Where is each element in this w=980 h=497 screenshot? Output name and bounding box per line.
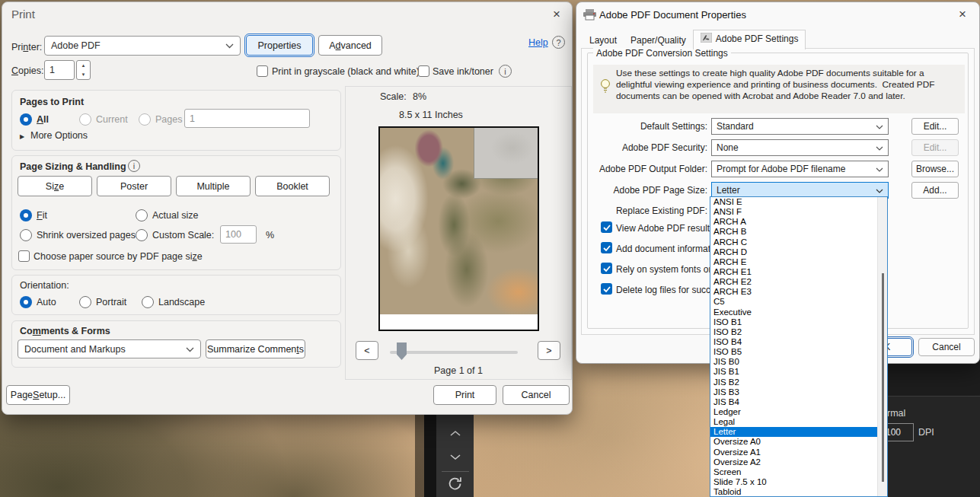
booklet-button[interactable]: Booklet (255, 176, 330, 196)
delete-logs-checkbox[interactable] (601, 283, 612, 295)
multiple-button[interactable]: Multiple (176, 176, 251, 196)
page-size-option[interactable]: ISO B4 (710, 337, 877, 347)
chevron-down-icon (225, 40, 234, 51)
current-radio[interactable] (79, 113, 91, 126)
page-size-option[interactable]: Tabloid (710, 487, 877, 497)
comments-forms-select[interactable]: Document and Markups (18, 339, 201, 358)
advanced-button[interactable]: Advanced (318, 35, 382, 56)
cancel-button[interactable]: Cancel (918, 338, 975, 356)
help-icon[interactable]: ? (552, 36, 565, 49)
custom-scale-radio[interactable] (136, 229, 148, 241)
page-size-option[interactable]: Executive (710, 307, 877, 317)
page-size-option[interactable]: JIS B4 (710, 397, 877, 407)
page-sizing-group: Page Sizing & Handling i Size Poster Mul… (11, 155, 341, 270)
print-close-button[interactable]: × (547, 5, 566, 24)
info-icon[interactable]: i (499, 65, 512, 78)
pdf-security-select[interactable]: None (711, 139, 889, 156)
help-link[interactable]: Help (528, 37, 548, 48)
page-size-option[interactable]: ARCH B (710, 227, 877, 237)
page-slider-track[interactable] (390, 351, 518, 354)
pages-input[interactable]: 1 (184, 109, 310, 128)
paper-source-checkbox[interactable] (18, 250, 30, 262)
dropdown-scrollbar[interactable] (877, 197, 887, 496)
default-settings-select[interactable]: Standard (711, 118, 889, 135)
tab-layout[interactable]: Layout (583, 33, 624, 49)
view-results-checkbox[interactable] (601, 221, 612, 233)
page-size-option[interactable]: Oversize A2 (710, 457, 877, 467)
check-icon (603, 263, 611, 274)
page-setup-button[interactable]: Page Setup... (6, 385, 70, 405)
tab-paper-quality[interactable]: Paper/Quality (624, 33, 693, 49)
page-size-option[interactable]: ARCH E (710, 257, 877, 267)
current-label: Current (96, 114, 128, 125)
page-size-option[interactable]: ARCH E2 (710, 277, 877, 287)
print-button[interactable]: Print (433, 385, 496, 405)
shrink-radio[interactable] (20, 229, 32, 241)
landscape-radio[interactable] (142, 296, 154, 308)
summarize-comments-button[interactable]: Summarize Comments (206, 339, 305, 358)
page-size-option[interactable]: JIS B0 (710, 357, 877, 367)
page-size-option[interactable]: Screen (710, 467, 877, 477)
actual-size-radio[interactable] (136, 209, 148, 221)
page-size-option[interactable]: Oversize A0 (710, 437, 877, 447)
poster-button[interactable]: Poster (97, 176, 171, 196)
printer-select[interactable]: Adobe PDF (44, 36, 241, 56)
cancel-button[interactable]: Cancel (503, 385, 570, 405)
scroll-down-button[interactable] (436, 444, 474, 468)
grayscale-checkbox[interactable] (257, 65, 268, 77)
page-size-option[interactable]: JIS B2 (710, 378, 877, 387)
page-size-option[interactable]: ARCH E1 (710, 267, 877, 277)
tab-adobe-pdf-settings[interactable]: Adobe PDF Settings (693, 30, 806, 49)
page-size-option[interactable]: ANSI E (710, 197, 877, 207)
page-size-option[interactable]: ARCH A (710, 217, 877, 227)
fit-radio[interactable] (20, 209, 32, 221)
page-size-option[interactable]: Legal (710, 417, 877, 427)
orientation-title: Orientation: (20, 280, 69, 291)
copies-stepper[interactable]: ▲ ▼ (76, 60, 91, 80)
dropdown-scrollbar-thumb[interactable] (882, 273, 884, 482)
auto-radio[interactable] (20, 296, 32, 308)
pages-radio[interactable] (139, 113, 151, 126)
properties-button[interactable]: Properties (246, 35, 313, 56)
next-page-button[interactable]: > (538, 341, 560, 360)
paper-source-label: Choose paper source by PDF page size (34, 251, 203, 262)
all-radio[interactable] (20, 113, 32, 126)
spinner-down-icon[interactable]: ▼ (77, 70, 90, 79)
save-ink-checkbox[interactable] (418, 65, 429, 77)
page-size-option[interactable]: ISO B5 (710, 347, 877, 357)
page-size-option[interactable]: Ledger (710, 407, 877, 417)
edit-default-settings-button[interactable]: Edit... (911, 118, 959, 135)
more-options-toggle[interactable]: More Options (30, 130, 88, 141)
output-folder-select[interactable]: Prompt for Adobe PDF filename (711, 161, 889, 177)
scroll-up-button[interactable] (436, 421, 474, 444)
page-size-option[interactable]: Letter (710, 427, 877, 437)
page-size-option[interactable]: Oversize A1 (710, 448, 877, 457)
page-size-option[interactable]: ARCH E3 (710, 287, 877, 297)
portrait-radio[interactable] (79, 296, 91, 308)
add-page-size-button[interactable]: Add... (911, 182, 959, 199)
page-size-option[interactable]: ARCH C (710, 237, 877, 247)
previous-page-button[interactable]: < (356, 341, 378, 360)
page-size-option[interactable]: JIS B1 (710, 367, 877, 377)
page-size-dropdown-list[interactable]: ANSI EANSI FARCH AARCH BARCH CARCH DARCH… (710, 196, 888, 497)
system-fonts-checkbox[interactable] (601, 263, 612, 274)
page-size-option[interactable]: ARCH D (710, 247, 877, 257)
copies-input[interactable]: 1 (44, 60, 75, 80)
size-button[interactable]: Size (18, 176, 92, 196)
page-size-option[interactable]: JIS B3 (710, 387, 877, 397)
page-size-option[interactable]: ISO B2 (710, 327, 877, 337)
output-folder-label: Adobe PDF Output Folder: (587, 164, 707, 174)
refresh-button[interactable] (436, 473, 474, 497)
page-size-option[interactable]: ISO B1 (710, 317, 877, 327)
page-info: Page 1 of 1 (346, 365, 571, 376)
page-size-option[interactable]: ANSI F (710, 207, 877, 217)
custom-scale-input[interactable]: 100 (220, 225, 257, 244)
add-doc-info-checkbox[interactable] (601, 242, 612, 253)
page-slider-thumb[interactable] (397, 342, 407, 360)
browse-button[interactable]: Browse... (911, 161, 959, 177)
pdf-close-button[interactable]: × (953, 5, 972, 24)
info-icon[interactable]: i (128, 160, 140, 172)
page-size-option[interactable]: C5 (710, 297, 877, 307)
page-size-option[interactable]: Slide 7.5 x 10 (710, 477, 877, 487)
spinner-up-icon[interactable]: ▲ (77, 61, 90, 70)
